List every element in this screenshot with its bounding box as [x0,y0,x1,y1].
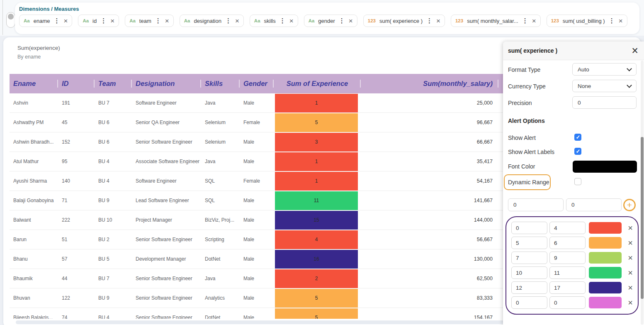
header-sum-of-experience[interactable]: Sum of Experience [274,74,361,93]
range-remove-icon[interactable]: × [628,254,633,262]
panel-scrollbar-thumb[interactable] [641,137,644,299]
field-chip-label: id [92,18,97,24]
new-range-to-input[interactable] [566,198,622,211]
field-options-icon[interactable]: ⋮ [53,17,60,24]
field-remove-icon[interactable]: × [619,17,623,24]
cell-monthly-salary: 144,000 [361,217,498,223]
alert-range-row: × [511,222,633,234]
dynamic-range-checkbox[interactable] [574,178,581,185]
field-chip[interactable]: 123 sum( monthly_salar... ⋮ × [451,15,541,27]
field-chip[interactable]: Aa gender ⋮ × [304,15,357,27]
field-options-icon[interactable]: ⋮ [339,17,345,24]
range-from-input[interactable] [511,281,547,294]
field-remove-icon[interactable]: × [289,17,294,24]
range-remove-icon[interactable]: × [628,224,633,232]
close-icon[interactable]: × [632,45,638,56]
add-range-button[interactable]: + [623,199,636,211]
range-color-swatch[interactable] [589,297,622,308]
field-chip[interactable]: 123 sum( usd_billing ) ⋮ × [547,15,627,27]
range-from-input[interactable] [511,252,547,264]
header-sum-monthly-salary[interactable]: Sum(monthly_salary) [361,74,498,93]
header-designation[interactable]: Designation [132,74,201,93]
cell-designation: Software Engineer [132,178,201,184]
range-remove-icon[interactable]: × [628,283,633,292]
range-to-input[interactable] [549,252,586,264]
range-color-swatch[interactable] [589,252,622,264]
cell-id: 74 [58,315,95,319]
field-remove-icon[interactable]: × [63,17,68,24]
range-from-input[interactable] [511,222,547,234]
panel-scrollbar[interactable] [641,61,644,325]
field-chip[interactable]: Aa designation ⋮ × [180,15,244,27]
range-to-input[interactable] [549,281,586,294]
range-remove-icon[interactable]: × [628,239,633,247]
field-options-icon[interactable]: ⋮ [609,17,615,24]
field-remove-icon[interactable]: × [235,17,239,24]
header-skills[interactable]: Skills [201,74,240,93]
precision-input[interactable] [572,96,637,109]
cell-id: 51 [58,237,95,242]
field-options-icon[interactable]: ⋮ [225,17,231,24]
field-remove-icon[interactable]: × [349,17,353,24]
range-to-input[interactable] [549,237,586,249]
field-chip-label: team [139,18,151,24]
show-alert-checkbox[interactable] [574,134,581,141]
font-color-swatch[interactable] [573,161,637,173]
field-remove-icon[interactable]: × [436,17,440,24]
range-color-swatch[interactable] [589,267,622,279]
field-remove-icon[interactable]: × [532,17,536,24]
range-to-input[interactable] [549,266,586,279]
field-options-icon[interactable]: ⋮ [155,17,161,24]
currency-type-select[interactable]: None [572,80,637,92]
range-from-input[interactable] [511,296,547,309]
show-alert-labels-checkbox[interactable] [574,148,581,155]
cell-monthly-salary: 25,000 [361,100,498,106]
cell-team: BU 6 [95,139,132,145]
horizontal-scrollbar[interactable] [16,320,505,324]
field-chip[interactable]: Aa id ⋮ × [78,15,119,27]
format-type-value: Auto [578,66,589,73]
left-panel-divider [2,0,3,35]
field-options-icon[interactable]: ⋮ [426,17,433,24]
cell-designation: Senior Software Engineer [132,139,201,145]
currency-type-label: Currency Type [508,83,546,90]
show-alert-label: Show Alert [508,134,536,141]
field-chip[interactable]: 123 sum( experience ) ⋮ × [363,15,445,27]
field-options-icon[interactable]: ⋮ [279,17,286,24]
range-color-swatch[interactable] [589,222,622,234]
range-from-input[interactable] [511,266,547,279]
header-team[interactable]: Team [95,74,132,93]
cell-gender: Male [240,276,274,281]
header-gender[interactable]: Gender [240,74,274,93]
field-chip[interactable]: Aa ename ⋮ × [19,15,72,27]
field-type-icon: Aa [184,18,190,23]
cell-team: BU 2 [95,237,132,242]
range-to-input[interactable] [549,222,586,234]
range-remove-icon[interactable]: × [628,298,633,307]
range-color-swatch[interactable] [589,237,622,249]
experience-alert-block: 11 [275,191,358,210]
format-type-select[interactable]: Auto [572,63,637,76]
header-id[interactable]: ID [58,74,95,93]
range-from-input[interactable] [511,237,547,249]
range-remove-icon[interactable]: × [628,269,633,277]
range-color-swatch[interactable] [589,282,622,293]
field-chip-label: designation [194,18,221,24]
field-remove-icon[interactable]: × [110,17,114,24]
experience-alert-block: 1 [275,152,358,171]
header-ename[interactable]: Ename [10,74,58,93]
cell-experience: 5 [274,288,361,308]
sidebar-toggle[interactable] [6,12,15,28]
field-chip[interactable]: Aa team ⋮ × [125,15,174,27]
field-remove-icon[interactable]: × [165,17,169,24]
field-chip[interactable]: Aa skills ⋮ × [250,15,298,27]
range-to-input[interactable] [549,296,586,309]
field-options-icon[interactable]: ⋮ [100,17,107,24]
new-range-from-input[interactable] [508,198,564,211]
field-options-icon[interactable]: ⋮ [522,17,528,24]
font-color-label: Font Color [508,163,535,170]
experience-alert-block: 5 [275,308,358,319]
cell-monthly-salary: 62,500 [361,276,498,281]
alert-options-heading: Alert Options [508,117,545,124]
cell-team: BU 9 [95,198,132,203]
